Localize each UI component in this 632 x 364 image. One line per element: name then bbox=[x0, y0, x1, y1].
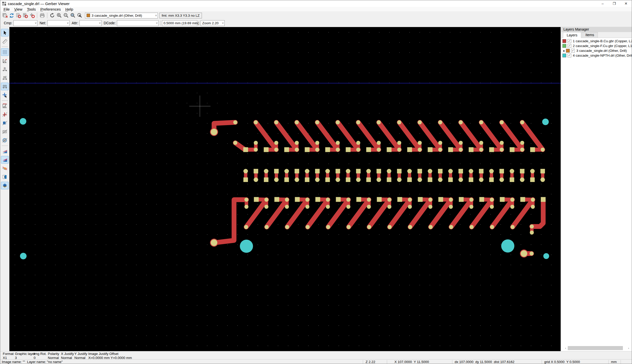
net-select[interactable]: ˅ bbox=[47, 20, 70, 26]
layer-row[interactable]: ✓4 cascade_single-NPTH.drl (Other, Drill… bbox=[561, 53, 632, 58]
negative-objects-mode-button[interactable] bbox=[1, 128, 9, 135]
print-button[interactable] bbox=[39, 12, 46, 19]
menu-view[interactable]: View bbox=[12, 7, 25, 11]
zoom-in-button[interactable] bbox=[56, 12, 62, 19]
toolbar-separator bbox=[199, 20, 199, 26]
layer-name: 1 cascade_single-B.Cu.gbr (Copper, L2) bbox=[573, 39, 632, 43]
zoom-selection-button[interactable] bbox=[76, 12, 83, 19]
maximize-button[interactable]: ❐ bbox=[608, 0, 620, 7]
status-field-image-justify-offset: Image Justify OffsetX=0.0000 mm Y=0.0000… bbox=[88, 352, 132, 360]
layer-visibility-checkbox[interactable]: ✓ bbox=[567, 39, 571, 43]
cursor-shape-toggle-button[interactable] bbox=[1, 91, 9, 99]
status-separator bbox=[387, 360, 387, 364]
zoom-select-value: Zoom 2.20 bbox=[202, 21, 219, 25]
tab-items[interactable]: Items bbox=[582, 32, 598, 38]
chevron-down-icon: ˅ bbox=[65, 21, 69, 25]
highlight-net-mode-button[interactable] bbox=[1, 165, 9, 172]
status-field-x-justify: X JustifyNormal bbox=[61, 352, 74, 360]
polar-coordinates-toggle-button[interactable]: rθ bbox=[1, 57, 9, 64]
polar-icon: rθ bbox=[2, 58, 8, 63]
zoom-select[interactable]: Zoom 2.20˅ bbox=[201, 20, 225, 26]
gerber-drawing[interactable] bbox=[9, 27, 561, 351]
menu-preferences[interactable]: Preferences bbox=[38, 7, 63, 11]
layers-manager-tabs: LayersItems bbox=[561, 32, 632, 38]
tool-separator bbox=[2, 100, 8, 101]
open-gerber-file-button[interactable] bbox=[15, 12, 22, 19]
select-tool-button[interactable] bbox=[1, 29, 9, 36]
mm-icon: mm bbox=[2, 84, 8, 89]
dcode-select[interactable]: ˅ bbox=[117, 20, 159, 26]
layer-name: 4 cascade_single-NPTH.drl (Other, Drill) bbox=[573, 54, 632, 57]
measure-tool-button[interactable] bbox=[1, 37, 9, 45]
clear-layers-button[interactable]: ✕ bbox=[1, 12, 8, 19]
attr-select[interactable]: ˅ bbox=[79, 20, 102, 26]
grid-toggle-button[interactable] bbox=[1, 48, 9, 56]
layer-color-swatch[interactable] bbox=[562, 54, 566, 57]
layer-visibility-checkbox[interactable]: ✓ bbox=[567, 54, 571, 57]
units-inches-button[interactable]: in bbox=[1, 65, 9, 73]
layers-manager-title: Layers Manager bbox=[561, 27, 632, 32]
grid-setting-status: grid X 0.5000 Y 0.5000 bbox=[544, 360, 580, 364]
open-drill-file-button[interactable] bbox=[22, 12, 29, 19]
units-mils-button[interactable]: mil bbox=[1, 74, 9, 82]
close-button[interactable]: ✕ bbox=[620, 0, 632, 7]
svg-text:mil: mil bbox=[3, 75, 6, 78]
layer-info-statusbar: FormatX1Graphic layer3Img Rot.0PolarityN… bbox=[0, 351, 632, 359]
pcb-canvas[interactable] bbox=[9, 27, 561, 351]
layer-color-swatch[interactable] bbox=[566, 49, 570, 53]
active-layer-select[interactable]: 3 cascade_single.drl (Other, Drill) ˅ bbox=[85, 13, 158, 18]
units-mm-button[interactable]: mm bbox=[1, 83, 9, 90]
relative-delta-status: dx 107.0000 dy 11.5000 dist 107.6162 bbox=[455, 360, 514, 364]
diff2-icon bbox=[2, 157, 8, 163]
menu-help[interactable]: Help bbox=[63, 7, 75, 11]
scroll-right-icon[interactable]: › bbox=[626, 346, 631, 350]
in-icon: in bbox=[2, 66, 8, 72]
layer-visibility-checkbox[interactable]: ✓ bbox=[567, 44, 571, 48]
layer-row[interactable]: ✓1 cascade_single-B.Cu.gbr (Copper, L2) bbox=[561, 39, 632, 43]
layer-visibility-checkbox[interactable]: ✓ bbox=[571, 49, 575, 53]
layers-normal-mode-button[interactable] bbox=[1, 147, 9, 155]
main-toolbar: ✕ 3 cascade_single.drl (Other, Drill) ˅ … bbox=[0, 12, 632, 19]
menu-tools[interactable]: Tools bbox=[25, 7, 38, 11]
toolbar-separator bbox=[47, 13, 47, 18]
flashed-items-sketch-mode-button[interactable] bbox=[1, 102, 9, 110]
polygons-sketch-mode-button[interactable] bbox=[1, 119, 9, 127]
scrollbar-thumb[interactable] bbox=[568, 346, 623, 350]
open-job-file-button[interactable] bbox=[29, 12, 35, 19]
scroll-left-icon[interactable]: ‹ bbox=[563, 346, 568, 350]
main-statusbar: Image name: "" Layer name: "no name" Z 2… bbox=[0, 359, 632, 364]
zoom-out-button[interactable] bbox=[62, 12, 69, 19]
panel-horizontal-scrollbar[interactable]: ‹ › bbox=[563, 346, 631, 350]
reload-layers-button[interactable] bbox=[8, 12, 15, 19]
dcode-display-toggle-button[interactable]: 01 bbox=[1, 136, 9, 144]
cmp-select[interactable]: ˅ bbox=[13, 20, 37, 26]
grid-icon bbox=[2, 49, 8, 55]
open-gerber-icon bbox=[16, 13, 21, 18]
svg-text:✕: ✕ bbox=[5, 15, 8, 18]
layers-manager-toggle-button[interactable] bbox=[1, 182, 9, 189]
tab-layers[interactable]: Layers bbox=[563, 32, 581, 38]
menu-file[interactable]: File bbox=[1, 7, 12, 11]
layer-row[interactable]: ✓2 cascade_single-F.Cu.gbr (Copper, L1) bbox=[561, 43, 632, 48]
layer-name: 2 cascade_single-F.Cu.gbr (Copper, L1) bbox=[573, 44, 632, 48]
source-panel-toggle-button[interactable] bbox=[1, 173, 9, 181]
layer-row[interactable]: ▶✓3 cascade_single.drl (Other, Drill) bbox=[561, 48, 632, 53]
zoom-fit-icon bbox=[70, 13, 76, 18]
window-title: cascade_single.drl — Gerber Viewer bbox=[8, 2, 70, 6]
active-layer-value: 3 cascade_single.drl (Other, Drill) bbox=[92, 14, 142, 17]
minimize-button[interactable]: – bbox=[597, 0, 608, 7]
svg-text:r: r bbox=[4, 59, 4, 61]
refresh-view-button[interactable] bbox=[49, 12, 56, 19]
aperture-size-select[interactable]: 0.5000 mm (19.69 mils)˅ bbox=[162, 20, 197, 26]
status-field-graphic-layer: Graphic layer3 bbox=[15, 352, 35, 360]
layer-color-swatch[interactable] bbox=[562, 44, 566, 48]
lines-sketch-mode-button[interactable] bbox=[1, 111, 9, 118]
layer-color-swatch[interactable] bbox=[562, 39, 566, 43]
squiggle-icon bbox=[2, 166, 8, 171]
chevron-down-icon: ˅ bbox=[33, 21, 36, 25]
zoom-fit-button[interactable] bbox=[69, 12, 76, 19]
status-field-format: FormatX1 bbox=[3, 352, 14, 360]
diff1-icon bbox=[2, 148, 8, 154]
layers-diff-mode-button[interactable] bbox=[1, 156, 9, 164]
title-bar: cascade_single.drl — Gerber Viewer – ❐ ✕ bbox=[0, 0, 632, 7]
